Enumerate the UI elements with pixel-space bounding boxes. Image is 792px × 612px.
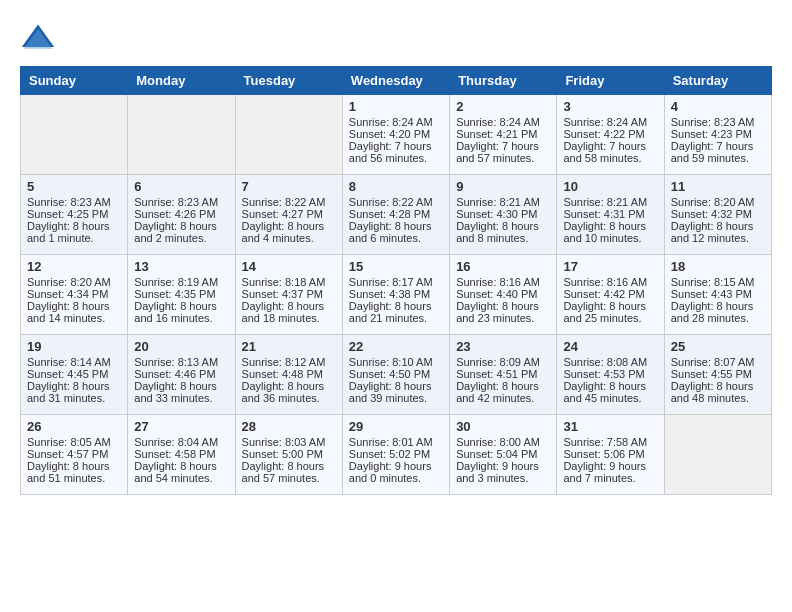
day-number: 14 — [242, 259, 336, 274]
sunset-text: Sunset: 4:57 PM — [27, 448, 121, 460]
week-row-1: 1Sunrise: 8:24 AMSunset: 4:20 PMDaylight… — [21, 95, 772, 175]
day-number: 31 — [563, 419, 657, 434]
sunset-text: Sunset: 5:04 PM — [456, 448, 550, 460]
daylight-text: Daylight: 8 hours and 31 minutes. — [27, 380, 121, 404]
daylight-text: Daylight: 9 hours and 7 minutes. — [563, 460, 657, 484]
day-number: 24 — [563, 339, 657, 354]
logo-icon — [20, 20, 56, 56]
sunset-text: Sunset: 4:50 PM — [349, 368, 443, 380]
calendar-cell — [128, 95, 235, 175]
sunrise-text: Sunrise: 8:23 AM — [134, 196, 228, 208]
day-number: 2 — [456, 99, 550, 114]
daylight-text: Daylight: 8 hours and 2 minutes. — [134, 220, 228, 244]
day-number: 6 — [134, 179, 228, 194]
sunrise-text: Sunrise: 8:24 AM — [456, 116, 550, 128]
sunset-text: Sunset: 4:55 PM — [671, 368, 765, 380]
week-row-4: 19Sunrise: 8:14 AMSunset: 4:45 PMDayligh… — [21, 335, 772, 415]
sunrise-text: Sunrise: 8:23 AM — [671, 116, 765, 128]
sunrise-text: Sunrise: 8:13 AM — [134, 356, 228, 368]
sunset-text: Sunset: 5:00 PM — [242, 448, 336, 460]
sunrise-text: Sunrise: 8:22 AM — [349, 196, 443, 208]
day-number: 28 — [242, 419, 336, 434]
sunset-text: Sunset: 4:26 PM — [134, 208, 228, 220]
day-number: 19 — [27, 339, 121, 354]
sunset-text: Sunset: 4:30 PM — [456, 208, 550, 220]
day-number: 12 — [27, 259, 121, 274]
sunrise-text: Sunrise: 8:04 AM — [134, 436, 228, 448]
calendar-cell: 30Sunrise: 8:00 AMSunset: 5:04 PMDayligh… — [450, 415, 557, 495]
calendar-cell: 14Sunrise: 8:18 AMSunset: 4:37 PMDayligh… — [235, 255, 342, 335]
sunset-text: Sunset: 4:40 PM — [456, 288, 550, 300]
calendar-cell: 25Sunrise: 8:07 AMSunset: 4:55 PMDayligh… — [664, 335, 771, 415]
sunrise-text: Sunrise: 8:20 AM — [671, 196, 765, 208]
daylight-text: Daylight: 8 hours and 21 minutes. — [349, 300, 443, 324]
sunrise-text: Sunrise: 8:22 AM — [242, 196, 336, 208]
day-number: 7 — [242, 179, 336, 194]
sunset-text: Sunset: 4:28 PM — [349, 208, 443, 220]
sunset-text: Sunset: 4:21 PM — [456, 128, 550, 140]
day-number: 17 — [563, 259, 657, 274]
daylight-text: Daylight: 8 hours and 48 minutes. — [671, 380, 765, 404]
day-number: 10 — [563, 179, 657, 194]
sunset-text: Sunset: 4:37 PM — [242, 288, 336, 300]
calendar-cell: 1Sunrise: 8:24 AMSunset: 4:20 PMDaylight… — [342, 95, 449, 175]
col-header-sunday: Sunday — [21, 67, 128, 95]
daylight-text: Daylight: 8 hours and 33 minutes. — [134, 380, 228, 404]
calendar-cell: 23Sunrise: 8:09 AMSunset: 4:51 PMDayligh… — [450, 335, 557, 415]
day-number: 16 — [456, 259, 550, 274]
col-header-wednesday: Wednesday — [342, 67, 449, 95]
daylight-text: Daylight: 8 hours and 28 minutes. — [671, 300, 765, 324]
sunrise-text: Sunrise: 8:16 AM — [456, 276, 550, 288]
calendar-cell: 26Sunrise: 8:05 AMSunset: 4:57 PMDayligh… — [21, 415, 128, 495]
sunrise-text: Sunrise: 8:20 AM — [27, 276, 121, 288]
sunrise-text: Sunrise: 8:21 AM — [456, 196, 550, 208]
header — [20, 20, 772, 56]
day-number: 21 — [242, 339, 336, 354]
sunrise-text: Sunrise: 8:18 AM — [242, 276, 336, 288]
daylight-text: Daylight: 8 hours and 36 minutes. — [242, 380, 336, 404]
day-number: 25 — [671, 339, 765, 354]
sunrise-text: Sunrise: 8:21 AM — [563, 196, 657, 208]
sunset-text: Sunset: 4:31 PM — [563, 208, 657, 220]
calendar-cell: 28Sunrise: 8:03 AMSunset: 5:00 PMDayligh… — [235, 415, 342, 495]
day-number: 3 — [563, 99, 657, 114]
calendar-cell: 15Sunrise: 8:17 AMSunset: 4:38 PMDayligh… — [342, 255, 449, 335]
daylight-text: Daylight: 8 hours and 12 minutes. — [671, 220, 765, 244]
calendar-cell: 31Sunrise: 7:58 AMSunset: 5:06 PMDayligh… — [557, 415, 664, 495]
calendar-cell: 12Sunrise: 8:20 AMSunset: 4:34 PMDayligh… — [21, 255, 128, 335]
calendar-cell: 19Sunrise: 8:14 AMSunset: 4:45 PMDayligh… — [21, 335, 128, 415]
calendar-cell: 27Sunrise: 8:04 AMSunset: 4:58 PMDayligh… — [128, 415, 235, 495]
sunset-text: Sunset: 5:06 PM — [563, 448, 657, 460]
calendar-cell: 8Sunrise: 8:22 AMSunset: 4:28 PMDaylight… — [342, 175, 449, 255]
daylight-text: Daylight: 8 hours and 10 minutes. — [563, 220, 657, 244]
sunset-text: Sunset: 4:23 PM — [671, 128, 765, 140]
daylight-text: Daylight: 8 hours and 18 minutes. — [242, 300, 336, 324]
sunrise-text: Sunrise: 8:23 AM — [27, 196, 121, 208]
sunset-text: Sunset: 4:45 PM — [27, 368, 121, 380]
sunset-text: Sunset: 5:02 PM — [349, 448, 443, 460]
sunrise-text: Sunrise: 8:16 AM — [563, 276, 657, 288]
calendar-cell — [21, 95, 128, 175]
day-number: 26 — [27, 419, 121, 434]
day-number: 8 — [349, 179, 443, 194]
sunrise-text: Sunrise: 8:24 AM — [349, 116, 443, 128]
sunrise-text: Sunrise: 7:58 AM — [563, 436, 657, 448]
sunset-text: Sunset: 4:43 PM — [671, 288, 765, 300]
day-number: 30 — [456, 419, 550, 434]
sunset-text: Sunset: 4:20 PM — [349, 128, 443, 140]
calendar-cell: 4Sunrise: 8:23 AMSunset: 4:23 PMDaylight… — [664, 95, 771, 175]
sunrise-text: Sunrise: 8:19 AM — [134, 276, 228, 288]
sunrise-text: Sunrise: 8:05 AM — [27, 436, 121, 448]
col-header-friday: Friday — [557, 67, 664, 95]
sunset-text: Sunset: 4:38 PM — [349, 288, 443, 300]
day-number: 23 — [456, 339, 550, 354]
day-number: 13 — [134, 259, 228, 274]
calendar-cell — [235, 95, 342, 175]
col-header-saturday: Saturday — [664, 67, 771, 95]
calendar-table: SundayMondayTuesdayWednesdayThursdayFrid… — [20, 66, 772, 495]
sunrise-text: Sunrise: 8:24 AM — [563, 116, 657, 128]
sunset-text: Sunset: 4:46 PM — [134, 368, 228, 380]
calendar-cell: 6Sunrise: 8:23 AMSunset: 4:26 PMDaylight… — [128, 175, 235, 255]
calendar-cell: 7Sunrise: 8:22 AMSunset: 4:27 PMDaylight… — [235, 175, 342, 255]
daylight-text: Daylight: 8 hours and 57 minutes. — [242, 460, 336, 484]
